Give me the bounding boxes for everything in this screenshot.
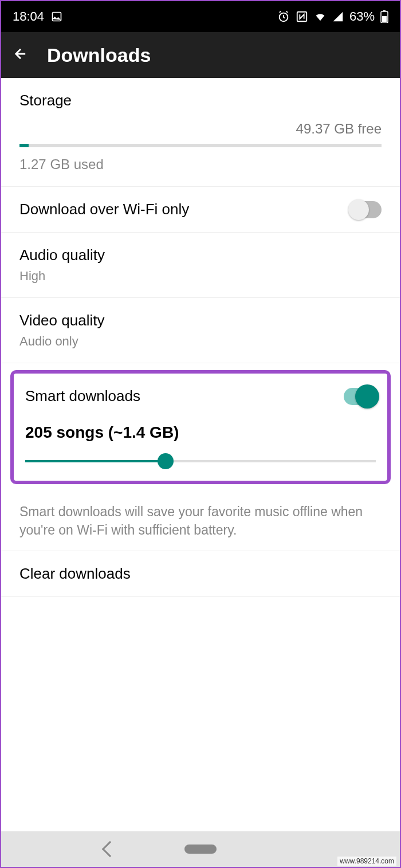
toggle-knob [355, 384, 379, 409]
signal-icon [332, 11, 344, 22]
content-area: Storage 49.37 GB free 1.27 GB used Downl… [1, 78, 400, 831]
video-quality-label: Video quality [19, 312, 382, 329]
smart-downloads-label: Smart downloads [25, 387, 140, 405]
audio-quality-value: High [19, 269, 382, 284]
battery-icon [380, 10, 388, 23]
storage-free-text: 49.37 GB free [19, 121, 382, 137]
svg-rect-5 [383, 10, 386, 11]
storage-progress-bar [19, 144, 382, 147]
smart-downloads-toggle[interactable] [344, 388, 376, 405]
smart-downloads-highlight: Smart downloads 205 songs (~1.4 GB) [10, 370, 391, 484]
storage-section: Storage 49.37 GB free 1.27 GB used [1, 78, 400, 187]
video-quality-row[interactable]: Video quality Audio only [1, 298, 400, 363]
watermark: www.989214.com [337, 857, 396, 866]
back-button[interactable] [13, 46, 29, 64]
storage-label: Storage [19, 92, 382, 109]
clear-downloads-row[interactable]: Clear downloads [1, 551, 400, 597]
wifi-icon [314, 10, 327, 23]
page-title: Downloads [47, 44, 151, 66]
status-bar: 18:04 63% [1, 1, 400, 32]
alarm-icon [277, 10, 290, 23]
slider-fill [25, 460, 166, 462]
nav-back-button[interactable] [102, 841, 118, 857]
audio-quality-row[interactable]: Audio quality High [1, 233, 400, 298]
nfc-icon [296, 10, 308, 23]
image-icon [51, 11, 62, 22]
slider-knob [158, 453, 174, 469]
wifi-only-label: Download over Wi-Fi only [19, 201, 189, 218]
video-quality-value: Audio only [19, 334, 382, 349]
battery-percent: 63% [349, 9, 375, 24]
app-bar: Downloads [1, 32, 400, 78]
smart-downloads-description: Smart downloads will save your favorite … [1, 491, 400, 551]
status-time: 18:04 [13, 9, 44, 24]
smart-downloads-songs: 205 songs (~1.4 GB) [25, 423, 376, 442]
wifi-only-row[interactable]: Download over Wi-Fi only [1, 187, 400, 233]
storage-used-text: 1.27 GB used [19, 156, 382, 172]
storage-progress-fill [19, 144, 29, 147]
wifi-only-toggle[interactable] [349, 201, 382, 218]
svg-rect-4 [382, 16, 387, 22]
clear-downloads-label: Clear downloads [19, 565, 131, 582]
toggle-knob [348, 199, 369, 220]
nav-home-pill[interactable] [184, 845, 217, 854]
smart-downloads-slider[interactable] [25, 460, 376, 462]
audio-quality-label: Audio quality [19, 246, 382, 264]
